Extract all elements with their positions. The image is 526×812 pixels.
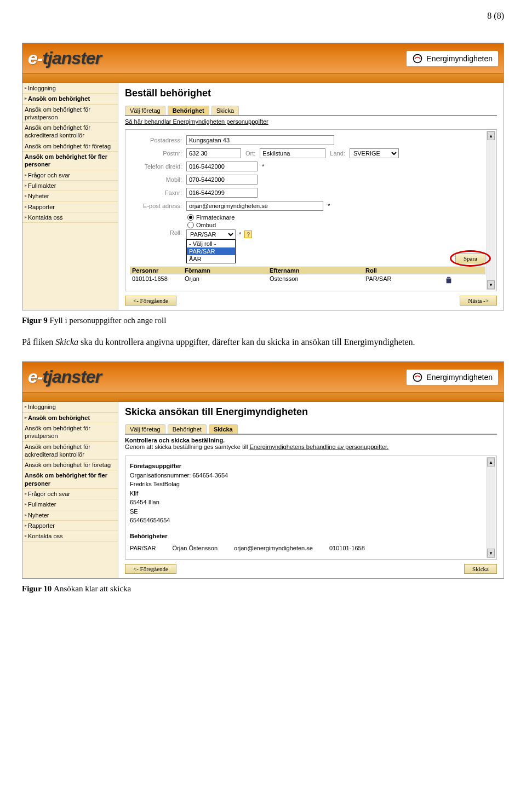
summary-panel: ▲ ▼ Företagsuppgifter Organisationsnumme… (125, 456, 497, 560)
postnr-input[interactable] (186, 148, 241, 158)
sidebar-item-fler[interactable]: Ansök om behörighet för fler personer (22, 152, 118, 170)
sidebar-item-inloggning[interactable]: ▸Inloggning (22, 402, 118, 412)
sidebar-item-foretag[interactable]: Ansök om behörighet för företag (22, 460, 118, 470)
logo-prefix: e- (28, 48, 42, 68)
roll-label: Roll: (130, 229, 182, 236)
sidebar-item-label: Rapporter (28, 203, 55, 211)
sidebar-item-ansok[interactable]: ▸Ansök om behörighet (22, 413, 118, 423)
td-fornamn: Örjan (185, 275, 270, 284)
telefon-input[interactable] (186, 162, 258, 171)
mobil-label: Mobil: (130, 176, 182, 183)
tab-behorighet[interactable]: Behörighet (168, 106, 209, 115)
sidebar-item-nyheter[interactable]: ▸Nyheter (22, 510, 118, 521)
sidebar-item-faq[interactable]: ▸Frågor och svar (22, 489, 118, 499)
sidebar-item-ackr[interactable]: Ansök om behörighet för ackrediterad kon… (22, 123, 118, 141)
logo-prefix: e- (28, 367, 42, 387)
land-select[interactable]: SVERIGE (350, 148, 399, 158)
caption-text: Fyll i personuppgifter och ange roll (50, 316, 167, 325)
mobil-input[interactable] (186, 175, 258, 185)
logo-suffix: tjanster (42, 367, 101, 387)
form-panel: ▲ ▼ Postadress: Postnr: Ort: Land: SVERI… (125, 129, 497, 291)
company-country: SE (130, 508, 138, 515)
arrow-icon: ▸ (25, 85, 27, 91)
roll-option[interactable]: ÅAR (187, 255, 235, 263)
epost-label: E-post adress: (130, 203, 182, 209)
send-button[interactable]: Skicka (464, 564, 497, 574)
tab-valj-foretag[interactable]: Välj företag (125, 106, 165, 115)
agency-icon (412, 53, 423, 64)
sidebar-item-kontakt[interactable]: ▸Kontakta oss (22, 212, 118, 223)
help-icon[interactable]: ? (244, 231, 252, 238)
scrollbar[interactable]: ▲ ▼ (487, 131, 495, 290)
postnr-label: Postnr: (130, 150, 182, 157)
perm-row: PAR/SAR Örjan Östensson orjan@energimynd… (130, 544, 485, 553)
radio-ombud-label: Ombud (196, 222, 216, 228)
privacy-link[interactable]: Så här behandlar Energimyndigheten perso… (125, 118, 497, 125)
ort-input[interactable] (260, 148, 325, 158)
sidebar-item-foretag[interactable]: Ansök om behörighet för företag (22, 141, 118, 152)
next-button[interactable]: Nästa -> (460, 296, 497, 306)
epost-input[interactable] (186, 201, 323, 211)
orange-divider (22, 392, 504, 402)
roll-option[interactable]: - Välj roll - (187, 240, 235, 247)
table-row: 010101-1658 Örjan Östensson PAR/SAR (130, 274, 485, 285)
roll-select[interactable]: PAR/SAR (186, 229, 236, 239)
spara-button[interactable]: Spara (455, 254, 485, 263)
sidebar-item-label: Ansök om behörighet för fler personer (25, 153, 116, 169)
arrow-icon: ▸ (25, 183, 27, 188)
consent-link[interactable]: Energimyndighetens behandling av personu… (249, 444, 388, 450)
sidebar-item-rapport[interactable]: ▸Rapporter (22, 202, 118, 212)
tab-behorighet[interactable]: Behörighet (168, 424, 207, 434)
sidebar-item-nyheter[interactable]: ▸Nyheter (22, 191, 118, 201)
roll-option[interactable]: PAR/SAR (187, 247, 235, 255)
scroll-up-icon[interactable]: ▲ (487, 458, 495, 467)
scrollbar[interactable]: ▲ ▼ (487, 457, 495, 558)
scroll-down-icon[interactable]: ▼ (487, 280, 495, 289)
sidebar-item-label: Frågor och svar (28, 171, 70, 179)
company-info: Företagsuppgifter Organisationsnummer: 6… (130, 462, 485, 525)
sidebar-item-fler[interactable]: Ansök om behörighet för fler personer (22, 470, 118, 489)
company-klif: Klif (130, 490, 138, 497)
figure-9-caption: Figur 9 Fyll i personuppgifter och ange … (22, 316, 504, 325)
body-post: ska du kontrollera angivna uppgifter, dä… (78, 337, 415, 347)
radio-ombud[interactable] (187, 222, 194, 228)
fax-input[interactable] (186, 188, 258, 198)
logo-suffix: tjanster (42, 48, 101, 68)
svg-point-0 (414, 54, 422, 62)
trash-icon[interactable] (445, 275, 453, 284)
nav-buttons: <- Föregående Skicka (125, 564, 497, 574)
sidebar-item-label: Kontakta oss (28, 532, 63, 540)
radio-firma[interactable] (187, 214, 194, 221)
sidebar-item-rapport[interactable]: ▸Rapporter (22, 521, 118, 531)
sidebar-item-full[interactable]: ▸Fullmakter (22, 181, 118, 191)
prev-button[interactable]: <- Föregående (125, 296, 176, 306)
roll-dropdown[interactable]: - Välj roll - PAR/SAR ÅAR (186, 239, 236, 263)
orgnr: Organisationsnummer: 654654-3654 (130, 472, 228, 479)
sidebar-item-kontakt[interactable]: ▸Kontakta oss (22, 531, 118, 542)
prev-button[interactable]: <- Föregående (125, 564, 176, 574)
sidebar-item-label: Nyheter (28, 511, 49, 519)
sidebar-item-privat[interactable]: Ansök om behörighet för privatperson (22, 105, 118, 123)
sidebar-item-ansok[interactable]: ▸Ansök om behörighet (22, 94, 118, 104)
perm-role: PAR/SAR (130, 544, 156, 553)
tab-skicka[interactable]: Skicka (209, 424, 238, 434)
arrow-icon: ▸ (25, 215, 27, 220)
scroll-down-icon[interactable]: ▼ (487, 549, 495, 557)
tabs: Välj företag Behörighet Skicka (125, 424, 497, 434)
scroll-up-icon[interactable]: ▲ (487, 131, 495, 140)
tab-divider (125, 434, 497, 435)
perm-name: Örjan Östensson (172, 544, 218, 553)
top-banner: e-tjanster Energimyndigheten (22, 43, 504, 73)
sidebar-item-faq[interactable]: ▸Frågor och svar (22, 170, 118, 181)
sidebar-item-label: Ansök om behörighet för privatperson (25, 424, 116, 440)
sidebar-item-ackr[interactable]: Ansök om behörighet för ackrediterad kon… (22, 442, 118, 460)
svg-point-1 (414, 373, 422, 381)
agency-icon (412, 372, 423, 383)
tab-skicka[interactable]: Skicka (211, 106, 239, 115)
sidebar-item-privat[interactable]: Ansök om behörighet för privatperson (22, 423, 118, 442)
tab-valj-foretag[interactable]: Välj företag (125, 424, 165, 434)
postadress-input[interactable] (186, 135, 334, 145)
sidebar-item-full[interactable]: ▸Fullmakter (22, 499, 118, 510)
sidebar-item-inloggning[interactable]: ▸Inloggning (22, 83, 118, 94)
fax-label: Faxnr: (130, 189, 182, 196)
